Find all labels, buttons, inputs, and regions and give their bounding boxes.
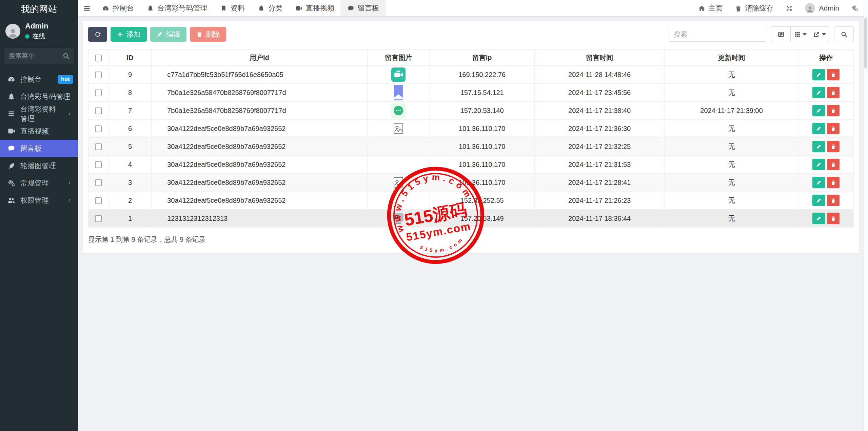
cell-image	[367, 138, 430, 156]
pagination-toggle-button[interactable]	[771, 26, 791, 42]
table-row: 87b0a1e326a58470b8258769f8007717d157.15.…	[88, 84, 854, 102]
page-scrollbar[interactable]	[864, 0, 868, 431]
refresh-button[interactable]	[88, 27, 107, 42]
clear-cache-link[interactable]: 清除缓存	[735, 3, 773, 13]
tab-tw-lottery-number[interactable]: 台湾彩号码管理	[140, 0, 214, 16]
table-search-input[interactable]	[669, 27, 766, 42]
hot-badge: hot	[58, 75, 73, 84]
row-edit-button[interactable]	[812, 123, 825, 134]
cell-user-id: 1231312312312313	[152, 210, 367, 228]
export-dropdown-button[interactable]	[810, 26, 829, 42]
row-edit-button[interactable]	[812, 195, 825, 206]
edit-button-label: 编辑	[166, 30, 180, 39]
row-edit-button[interactable]	[812, 87, 825, 98]
row-edit-button[interactable]	[812, 177, 825, 188]
row-checkbox[interactable]	[95, 107, 102, 114]
row-checkbox[interactable]	[95, 179, 102, 186]
row-delete-button[interactable]	[827, 213, 840, 224]
navbar: 控制台台湾彩号码管理资料分类直播视频留言板 主页 清除缓存 Admin	[78, 0, 868, 16]
table-header-row: ID 用户id 留言图片 留言ip 留言时间 更新时间 操作	[88, 50, 854, 66]
cell-user-id: 30a4122deaf5ce0e8d89b7a69a932652	[152, 138, 367, 156]
sidebar-toggle-button[interactable]	[78, 0, 96, 16]
pencil-icon	[816, 180, 822, 185]
cell-image	[367, 156, 430, 174]
tab-live-video[interactable]: 直播视频	[289, 0, 341, 16]
sidebar-item-tw-lottery-data[interactable]: 台湾彩资料管理	[0, 105, 78, 122]
cell-id: 2	[108, 192, 151, 210]
row-delete-button[interactable]	[827, 87, 840, 98]
row-delete-button[interactable]	[827, 69, 840, 80]
cell-actions	[798, 192, 854, 210]
trash-icon	[196, 31, 203, 38]
sidebar-item-carousel[interactable]: 轮播图管理	[0, 157, 78, 174]
avatar	[5, 24, 20, 39]
trash-icon	[830, 126, 836, 132]
cell-id: 6	[108, 120, 151, 138]
row-delete-button[interactable]	[827, 105, 840, 116]
delete-button[interactable]: 删除	[190, 27, 226, 42]
row-checkbox[interactable]	[95, 72, 102, 78]
trash-icon	[830, 90, 836, 96]
sidebar-search	[4, 48, 74, 64]
column-header-updated: 更新时间	[665, 50, 798, 66]
pencil-icon	[816, 162, 822, 168]
row-checkbox[interactable]	[95, 197, 102, 204]
row-edit-button[interactable]	[812, 141, 825, 152]
cell-image	[367, 120, 430, 138]
sidebar-item-permission[interactable]: 权限管理	[0, 192, 78, 209]
edit-button[interactable]: 编辑	[150, 27, 186, 42]
row-edit-button[interactable]	[812, 105, 825, 116]
row-edit-button[interactable]	[812, 159, 825, 170]
table-row: 11231312312312313157.20.53.1492024-11-17…	[88, 210, 854, 228]
row-checkbox[interactable]	[95, 215, 102, 222]
person-icon	[7, 27, 19, 39]
column-header-user-id: 用户id	[152, 50, 367, 66]
user-name: Admin	[25, 22, 48, 31]
home-label: 主页	[708, 3, 723, 13]
row-delete-button[interactable]	[827, 177, 840, 188]
sidebar-item-message-board[interactable]: 留言板	[0, 140, 78, 157]
column-header-time: 留言时间	[534, 50, 665, 66]
tab-message-board[interactable]: 留言板	[341, 0, 386, 16]
user-meta: Admin 在线	[25, 22, 48, 41]
home-link[interactable]: 主页	[698, 3, 723, 13]
tab-label: 分类	[268, 3, 282, 13]
tab-data[interactable]: 资料	[214, 0, 251, 16]
row-delete-button[interactable]	[827, 159, 840, 170]
row-delete-button[interactable]	[827, 141, 840, 152]
sidebar-item-live-video[interactable]: 直播视频	[0, 122, 78, 140]
cell-updated: 无	[665, 192, 798, 210]
row-delete-button[interactable]	[827, 195, 840, 206]
row-edit-button[interactable]	[812, 69, 825, 80]
columns-dropdown-button[interactable]	[790, 26, 810, 42]
row-checkbox[interactable]	[95, 161, 102, 168]
sidebar-item-general[interactable]: 常规管理	[0, 174, 78, 192]
fullscreen-button[interactable]	[786, 5, 793, 12]
row-edit-button[interactable]	[812, 213, 825, 224]
tachometer-icon	[7, 75, 15, 83]
tab-dashboard[interactable]: 控制台	[96, 0, 140, 16]
row-checkbox[interactable]	[95, 143, 102, 150]
add-button[interactable]: 添加	[111, 27, 147, 42]
pencil-icon	[816, 198, 822, 203]
cell-user-id: c77a1d7bb5fc53b51f765d16e8650a05	[152, 66, 367, 84]
pencil-icon	[816, 90, 822, 96]
navbar-tabs: 控制台台湾彩号码管理资料分类直播视频留言板	[96, 0, 386, 16]
row-checkbox[interactable]	[95, 125, 102, 132]
settings-button[interactable]	[851, 5, 859, 12]
sidebar-item-tw-lottery-number[interactable]: 台湾彩号码管理	[0, 88, 78, 105]
select-all-checkbox[interactable]	[95, 55, 102, 61]
row-delete-button[interactable]	[827, 123, 840, 134]
cell-ip: 169.150.222.76	[430, 66, 534, 84]
cell-time: 2024-11-17 21:38:40	[534, 102, 665, 120]
column-header-id: ID	[108, 50, 151, 66]
search-icon	[62, 52, 70, 60]
cell-id: 1	[108, 210, 151, 228]
tab-category[interactable]: 分类	[251, 0, 289, 16]
row-checkbox[interactable]	[95, 90, 102, 96]
sidebar-item-dashboard[interactable]: 控制台hot	[0, 71, 78, 88]
user-menu[interactable]: Admin	[805, 3, 839, 13]
toolbar-right	[669, 26, 854, 42]
search-button[interactable]	[834, 26, 854, 42]
scrollbar-thumb[interactable]	[864, 18, 867, 68]
